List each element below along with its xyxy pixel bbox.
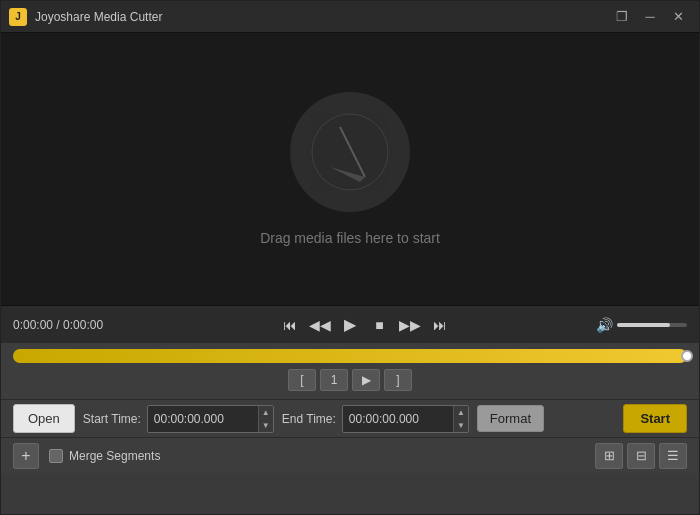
- controls-bar: 0:00:00 / 0:00:00 ⏮ ◀◀ ▶ ■ ▶▶ ⏭ 🔊: [1, 305, 699, 343]
- start-time-label: Start Time:: [83, 412, 141, 426]
- segment-number-button[interactable]: 1: [320, 369, 348, 391]
- close-button[interactable]: ✕: [665, 6, 691, 28]
- svg-point-0: [312, 114, 388, 190]
- step-fwd-button[interactable]: ▶▶: [397, 312, 423, 338]
- video-placeholder-circle: [290, 92, 410, 212]
- volume-icon: 🔊: [596, 317, 613, 333]
- volume-fill: [617, 323, 670, 327]
- segment-bracket-open-button[interactable]: [: [288, 369, 316, 391]
- add-segment-button[interactable]: +: [13, 443, 39, 469]
- segment-bracket-close-button[interactable]: ]: [384, 369, 412, 391]
- playback-controls: ⏮ ◀◀ ▶ ■ ▶▶ ⏭: [133, 312, 596, 338]
- video-area: Drag media files here to start: [1, 33, 699, 305]
- footer-right-buttons: ⊞ ⊟ ☰: [595, 443, 687, 469]
- segment-controls: [ 1 ▶ ]: [13, 369, 687, 391]
- volume-section: 🔊: [596, 317, 687, 333]
- stop-button[interactable]: ■: [367, 312, 393, 338]
- start-time-up-button[interactable]: ▲: [259, 406, 273, 419]
- start-button[interactable]: Start: [623, 404, 687, 433]
- end-time-group: End Time: ▲ ▼: [282, 405, 469, 433]
- time-display: 0:00:00 / 0:00:00: [13, 318, 133, 332]
- start-time-group: Start Time: ▲ ▼: [83, 405, 274, 433]
- app-logo: J: [9, 8, 27, 26]
- merge-checkbox[interactable]: [49, 449, 63, 463]
- timeline-section: [ 1 ▶ ]: [1, 343, 699, 399]
- segment-play-button[interactable]: ▶: [352, 369, 380, 391]
- end-time-spinners: ▲ ▼: [453, 406, 468, 432]
- play-button[interactable]: ▶: [337, 312, 363, 338]
- step-back-button[interactable]: ◀◀: [307, 312, 333, 338]
- end-time-up-button[interactable]: ▲: [454, 406, 468, 419]
- start-time-input[interactable]: [148, 408, 258, 430]
- start-time-spinners: ▲ ▼: [258, 406, 273, 432]
- timeline-track[interactable]: [13, 349, 687, 363]
- end-time-input[interactable]: [343, 408, 453, 430]
- video-placeholder-icon: [310, 112, 390, 192]
- minimize-button[interactable]: ─: [637, 6, 663, 28]
- open-button[interactable]: Open: [13, 404, 75, 433]
- restore-button[interactable]: ❐: [609, 6, 635, 28]
- timeline-thumb: [681, 350, 693, 362]
- app-title: Joyoshare Media Cutter: [35, 10, 609, 24]
- volume-slider[interactable]: [617, 323, 687, 327]
- start-time-input-wrap: ▲ ▼: [147, 405, 274, 433]
- end-time-input-wrap: ▲ ▼: [342, 405, 469, 433]
- grid-view-button[interactable]: ⊞: [595, 443, 623, 469]
- window-controls: ❐ ─ ✕: [609, 6, 691, 28]
- list-view-button[interactable]: ⊟: [627, 443, 655, 469]
- drag-text: Drag media files here to start: [260, 230, 440, 246]
- end-time-label: End Time:: [282, 412, 336, 426]
- merge-label: Merge Segments: [69, 449, 160, 463]
- menu-button[interactable]: ☰: [659, 443, 687, 469]
- footer-bar: + Merge Segments ⊞ ⊟ ☰: [1, 437, 699, 473]
- bottom-controls: Open Start Time: ▲ ▼ End Time: ▲ ▼ Forma…: [1, 399, 699, 437]
- end-time-down-button[interactable]: ▼: [454, 419, 468, 432]
- start-time-down-button[interactable]: ▼: [259, 419, 273, 432]
- format-button[interactable]: Format: [477, 405, 544, 432]
- timeline-fill: [13, 349, 687, 363]
- skip-fwd-button[interactable]: ⏭: [427, 312, 453, 338]
- skip-back-button[interactable]: ⏮: [277, 312, 303, 338]
- title-bar: J Joyoshare Media Cutter ❐ ─ ✕: [1, 1, 699, 33]
